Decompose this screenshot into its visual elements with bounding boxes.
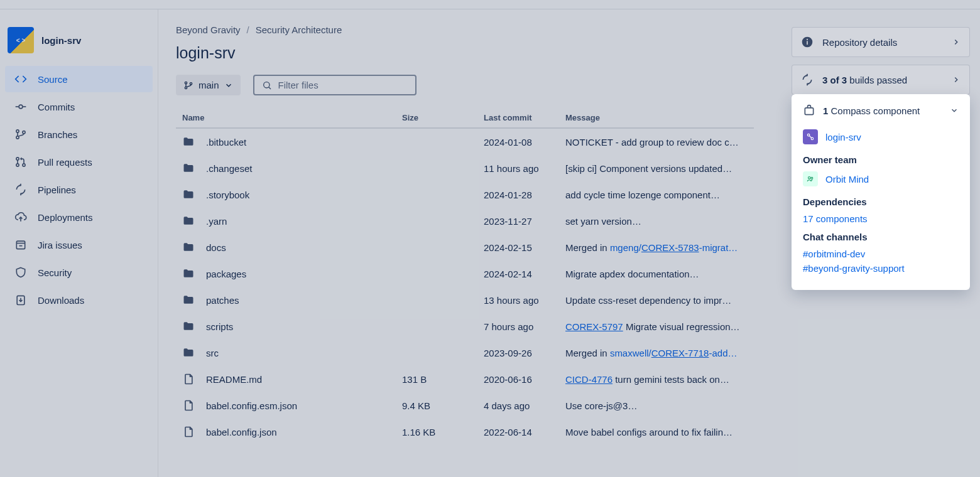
th-last: Last commit xyxy=(484,113,565,122)
folder-icon xyxy=(182,346,196,359)
table-row[interactable]: src 2023-09-26 Merged in smaxwell/COREX-… xyxy=(176,340,754,366)
owner-team-name: Orbit Mind xyxy=(825,174,869,185)
builds-text: 3 of 3 builds passed xyxy=(822,75,907,85)
svg-point-12 xyxy=(263,82,269,87)
pr-icon xyxy=(14,155,28,169)
sidebar-item-label: Pipelines xyxy=(38,185,76,195)
svg-point-19 xyxy=(808,177,811,180)
row-last-commit: 11 hours ago xyxy=(484,163,565,174)
row-msg-rest: Migrate visual regression… xyxy=(623,321,740,332)
sidebar-item-label: Deployments xyxy=(38,212,93,223)
svg-point-20 xyxy=(811,177,813,179)
owner-team-link[interactable]: Orbit Mind xyxy=(803,171,959,186)
sidebar: < > login-srv SourceCommitsBranchesPull … xyxy=(0,9,158,477)
table-row[interactable]: .storybook 2024-01-28 add cycle time loz… xyxy=(176,181,754,208)
branch-label: main xyxy=(199,80,219,90)
breadcrumb-org[interactable]: Beyond Gravity xyxy=(176,24,241,35)
row-last-commit: 7 hours ago xyxy=(484,321,565,332)
th-msg: Message xyxy=(565,113,748,122)
table-row[interactable]: scripts 7 hours ago COREX-5797 Migrate v… xyxy=(176,313,754,340)
filter-input-wrap[interactable] xyxy=(253,75,416,95)
user-link[interactable]: smaxwell/ xyxy=(610,348,651,358)
pipeline-icon xyxy=(14,183,28,196)
chevron-right-icon xyxy=(952,38,961,46)
folder-icon xyxy=(182,162,196,174)
row-name: patches xyxy=(206,295,239,306)
sidebar-item-branches[interactable]: Branches xyxy=(5,121,153,147)
table-row[interactable]: .bitbucket 2024-01-08 NOTICKET - add gro… xyxy=(176,129,754,155)
issue-link[interactable]: COREX-5783 xyxy=(641,242,699,253)
row-msg: set yarn version… xyxy=(565,216,641,227)
dependencies-link[interactable]: 17 components xyxy=(803,213,959,224)
shield-icon xyxy=(14,265,28,279)
sidebar-item-commits[interactable]: Commits xyxy=(5,94,153,120)
breadcrumb-project[interactable]: Security Architecture xyxy=(256,24,342,35)
svg-point-10 xyxy=(185,87,187,88)
sidebar-item-label: Jira issues xyxy=(38,240,82,250)
sidebar-item-pipelines[interactable]: Pipelines xyxy=(5,176,153,203)
table-row[interactable]: .yarn 2023-11-27 set yarn version… xyxy=(176,208,754,234)
row-msg: Move babel configs around to fix failin… xyxy=(565,427,732,437)
sidebar-item-jira-issues[interactable]: Jira issues xyxy=(5,232,153,258)
table-row[interactable]: babel.config.json 1.16 KB 2022-06-14 Mov… xyxy=(176,419,754,445)
sidebar-item-label: Pull requests xyxy=(38,157,92,168)
compass-count-text: 1 Compass component xyxy=(823,105,920,116)
repo-details-card[interactable]: Repository details xyxy=(792,27,970,57)
th-name: Name xyxy=(182,113,402,122)
row-last-commit: 13 hours ago xyxy=(484,295,565,306)
compass-component-link[interactable]: login-srv xyxy=(803,129,959,144)
issue-link[interactable]: COREX-7718 xyxy=(651,348,709,358)
jira-icon xyxy=(14,238,28,252)
row-size: 9.4 KB xyxy=(402,400,484,411)
svg-point-3 xyxy=(23,131,25,134)
sidebar-item-security[interactable]: Security xyxy=(5,259,153,286)
sidebar-item-source[interactable]: Source xyxy=(5,66,153,92)
row-last-commit: 4 days ago xyxy=(484,400,565,411)
branch-icon xyxy=(183,80,193,90)
builds-card[interactable]: 3 of 3 builds passed xyxy=(792,65,970,95)
chat-channel-2[interactable]: #beyond-gravity-support xyxy=(803,263,959,274)
table-row[interactable]: .changeset 11 hours ago [skip ci] Compon… xyxy=(176,155,754,181)
issue-link[interactable]: COREX-5797 xyxy=(565,321,623,332)
row-msg: NOTICKET - add group to review doc c… xyxy=(565,137,739,147)
svg-point-0 xyxy=(19,105,23,109)
row-msg-rest: -add… xyxy=(709,348,737,358)
svg-point-4 xyxy=(16,158,19,160)
svg-point-6 xyxy=(23,164,25,166)
row-name: packages xyxy=(206,269,246,279)
table-row[interactable]: docs 2024-02-15 Merged in mgeng/COREX-57… xyxy=(176,234,754,260)
sidebar-item-downloads[interactable]: Downloads xyxy=(5,287,153,313)
filter-input[interactable] xyxy=(278,80,408,90)
issue-link[interactable]: CICD-4776 xyxy=(565,374,612,385)
row-name: .changeset xyxy=(206,163,252,174)
sidebar-item-deployments[interactable]: Deployments xyxy=(5,204,153,230)
sidebar-item-pull-requests[interactable]: Pull requests xyxy=(5,149,153,175)
row-msg-pre: Merged in xyxy=(565,348,610,358)
download-icon xyxy=(14,293,28,307)
folder-icon xyxy=(182,294,196,306)
folder-icon xyxy=(182,267,196,280)
row-last-commit: 2020-06-16 xyxy=(484,374,565,385)
table-row[interactable]: babel.config.esm.json 9.4 KB 4 days ago … xyxy=(176,392,754,419)
table-row[interactable]: packages 2024-02-14 Migrate apdex docume… xyxy=(176,260,754,287)
table-row[interactable]: README.md 131 B 2020-06-16 CICD-4776 tur… xyxy=(176,366,754,392)
row-msg-rest: -migrat… xyxy=(699,242,738,253)
user-link[interactable]: mgeng/ xyxy=(610,242,641,253)
compass-header[interactable]: 1 Compass component xyxy=(803,104,959,117)
row-name: .bitbucket xyxy=(206,137,246,147)
compass-icon xyxy=(803,104,815,117)
file-icon xyxy=(182,426,196,438)
row-name: .storybook xyxy=(206,190,249,200)
main-content: Beyond Gravity / Security Architecture l… xyxy=(158,9,792,477)
file-icon xyxy=(182,373,196,385)
row-name: babel.config.esm.json xyxy=(206,400,297,411)
repo-avatar: < > xyxy=(8,27,34,53)
row-last-commit: 2024-02-15 xyxy=(484,242,565,253)
folder-icon xyxy=(182,136,196,148)
row-last-commit: 2024-02-14 xyxy=(484,269,565,279)
svg-rect-14 xyxy=(807,41,808,45)
branch-selector[interactable]: main xyxy=(176,75,241,95)
row-last-commit: 2022-06-14 xyxy=(484,427,565,437)
table-row[interactable]: patches 13 hours ago Update css-reset de… xyxy=(176,287,754,313)
chat-channel-1[interactable]: #orbitmind-dev xyxy=(803,249,959,259)
